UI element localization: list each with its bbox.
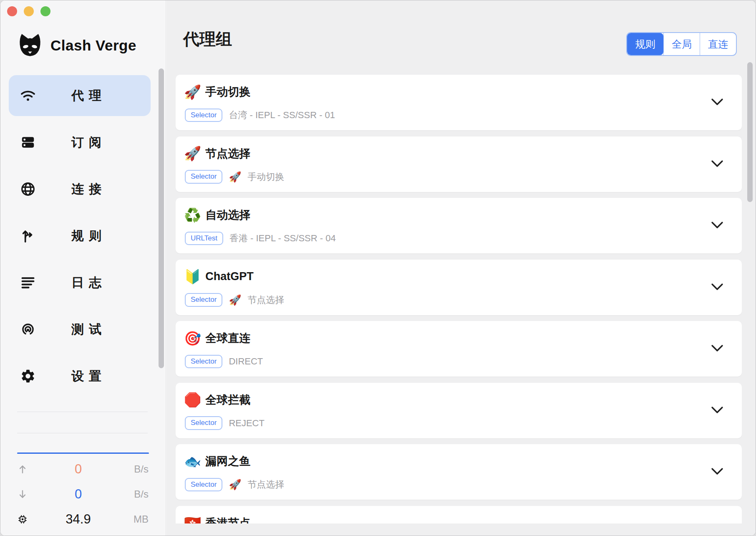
proxy-group-card[interactable]: 🐟 漏网之鱼 Selector 🚀 节点选择 bbox=[176, 444, 742, 500]
gear-icon bbox=[20, 368, 36, 384]
sidebar-item-test[interactable]: 测试 bbox=[9, 309, 151, 350]
group-type-badge: Selector bbox=[185, 109, 222, 122]
upload-speed-value: 0 bbox=[30, 462, 127, 477]
memory-usage-unit: MB bbox=[127, 513, 149, 525]
tab-global-mode[interactable]: 全局 bbox=[663, 33, 700, 55]
rocket-emoji-icon: 🚀 bbox=[184, 85, 201, 99]
chevron-down-icon[interactable] bbox=[711, 221, 723, 229]
dart-emoji-icon: 🎯 bbox=[184, 331, 201, 345]
sidebar-item-settings[interactable]: 设置 bbox=[9, 356, 151, 397]
group-name: 香港节点 bbox=[205, 516, 250, 524]
sidebar: Clash Verge 代理 订阅 bbox=[0, 0, 166, 536]
proxy-group-card[interactable]: 🚀 节点选择 Selector 🚀 手动切换 bbox=[176, 137, 742, 192]
sidebar-item-connections[interactable]: 连接 bbox=[9, 169, 151, 210]
close-window-button[interactable] bbox=[7, 6, 17, 16]
proxy-group-card[interactable]: 🎯 全球直连 Selector DIRECT bbox=[176, 321, 742, 377]
group-name: 自动选择 bbox=[205, 207, 250, 222]
fork-arrow-icon bbox=[20, 228, 36, 244]
sidebar-item-label: 日志 bbox=[36, 274, 151, 291]
group-name: 全球直连 bbox=[205, 331, 250, 346]
profiles-icon bbox=[20, 134, 36, 151]
proxy-group-card[interactable]: ♻️ 自动选择 URLTest 香港 - IEPL - SS/SSR - 04 bbox=[176, 198, 742, 253]
sidebar-item-proxies[interactable]: 代理 bbox=[9, 75, 151, 116]
sidebar-divider bbox=[17, 412, 148, 412]
log-lines-icon bbox=[20, 274, 36, 291]
minimize-window-button[interactable] bbox=[24, 6, 34, 16]
wifi-icon bbox=[20, 87, 36, 104]
sidebar-item-label: 测试 bbox=[36, 321, 151, 338]
proxy-group-card[interactable]: 🔰 ChatGPT Selector 🚀 节点选择 bbox=[176, 260, 742, 315]
broadcast-icon bbox=[20, 321, 36, 338]
maximize-window-button[interactable] bbox=[40, 6, 50, 16]
group-title: 🇭🇰 香港节点 bbox=[184, 514, 250, 524]
sidebar-item-label: 连接 bbox=[36, 181, 151, 198]
group-type-badge: Selector bbox=[185, 478, 222, 491]
memory-usage-value: 34.9 bbox=[30, 512, 127, 527]
main-panel: 代理组 规则 全局 直连 🚀 手动切换 Selector 台湾 - IEPL -… bbox=[166, 0, 756, 536]
group-name: 全球拦截 bbox=[205, 392, 250, 407]
cat-logo-icon bbox=[16, 32, 44, 59]
app-window: Clash Verge 代理 订阅 bbox=[0, 0, 756, 536]
group-title: 🛑 全球拦截 bbox=[184, 391, 250, 409]
group-title: 🚀 手动切换 bbox=[184, 83, 250, 101]
group-current-node: 节点选择 bbox=[247, 478, 284, 491]
sidebar-item-logs[interactable]: 日志 bbox=[9, 262, 151, 303]
chevron-down-icon[interactable] bbox=[711, 160, 723, 168]
download-speed-unit: B/s bbox=[127, 488, 149, 500]
group-name: 手动切换 bbox=[205, 84, 250, 99]
sidebar-scrollbar-thumb[interactable] bbox=[159, 68, 164, 368]
beginner-emoji-icon: 🔰 bbox=[184, 270, 201, 283]
group-type-badge: Selector bbox=[185, 170, 222, 183]
chevron-down-icon[interactable] bbox=[711, 283, 723, 291]
group-subrow: URLTest 香港 - IEPL - SS/SSR - 04 bbox=[185, 230, 336, 246]
proxy-group-list: 🚀 手动切换 Selector 台湾 - IEPL - SS/SSR - 01 … bbox=[176, 67, 742, 523]
stats-accent-line bbox=[17, 453, 149, 454]
fish-emoji-icon: 🐟 bbox=[184, 455, 201, 468]
group-subrow: Selector 🚀 手动切换 bbox=[185, 169, 284, 185]
now-node-emoji-icon: 🚀 bbox=[229, 172, 241, 182]
rocket-emoji-icon: 🚀 bbox=[184, 147, 201, 160]
proxy-group-card[interactable]: 🛑 全球拦截 Selector REJECT bbox=[176, 383, 742, 438]
chevron-down-icon[interactable] bbox=[711, 406, 723, 414]
chevron-down-icon[interactable] bbox=[711, 98, 723, 106]
chevron-down-icon[interactable] bbox=[711, 344, 723, 352]
group-type-badge: Selector bbox=[185, 293, 222, 306]
group-name: 节点选择 bbox=[205, 146, 250, 161]
sidebar-item-profiles[interactable]: 订阅 bbox=[9, 122, 151, 163]
group-subrow: Selector REJECT bbox=[185, 415, 265, 431]
group-subrow: Selector 台湾 - IEPL - SS/SSR - 01 bbox=[185, 107, 335, 123]
group-name: ChatGPT bbox=[205, 270, 254, 283]
sidebar-item-label: 订阅 bbox=[36, 134, 151, 151]
group-title: 🐟 漏网之鱼 bbox=[184, 453, 250, 470]
group-current-node: DIRECT bbox=[229, 356, 263, 367]
group-title: 🎯 全球直连 bbox=[184, 329, 250, 347]
proxy-group-card[interactable]: 🚀 手动切换 Selector 台湾 - IEPL - SS/SSR - 01 bbox=[176, 75, 742, 130]
hk-flag-emoji-icon: 🇭🇰 bbox=[184, 516, 201, 523]
upload-speed-unit: B/s bbox=[127, 463, 149, 475]
main-scrollbar-thumb[interactable] bbox=[747, 62, 753, 202]
group-current-node: 节点选择 bbox=[247, 294, 284, 306]
group-current-node: 台湾 - IEPL - SS/SSR - 01 bbox=[229, 109, 335, 121]
group-subrow: Selector 🚀 节点选择 bbox=[185, 292, 284, 308]
group-title: 🔰 ChatGPT bbox=[184, 268, 254, 286]
sidebar-item-label: 规则 bbox=[36, 228, 151, 245]
group-title: ♻️ 自动选择 bbox=[184, 206, 250, 224]
stop-sign-emoji-icon: 🛑 bbox=[184, 393, 201, 407]
tab-direct-mode[interactable]: 直连 bbox=[700, 33, 736, 55]
group-subrow: Selector 🚀 节点选择 bbox=[185, 477, 284, 493]
group-current-node: 手动切换 bbox=[247, 171, 284, 183]
memory-usage-row: 34.9 MB bbox=[17, 511, 149, 527]
tab-rule-mode[interactable]: 规则 bbox=[627, 33, 663, 55]
now-node-emoji-icon: 🚀 bbox=[229, 480, 241, 490]
app-title: Clash Verge bbox=[50, 37, 136, 54]
sidebar-item-label: 设置 bbox=[36, 368, 151, 385]
proxy-group-card[interactable]: 🇭🇰 香港节点 bbox=[176, 506, 742, 524]
group-type-badge: Selector bbox=[185, 416, 222, 430]
group-type-badge: URLTest bbox=[185, 232, 223, 245]
download-speed-row: 0 B/s bbox=[17, 486, 149, 502]
chevron-down-icon[interactable] bbox=[711, 468, 723, 475]
app-logo: Clash Verge bbox=[16, 31, 136, 60]
proxy-mode-tabs: 规则 全局 直连 bbox=[626, 32, 737, 56]
sidebar-item-rules[interactable]: 规则 bbox=[9, 215, 151, 256]
page-title: 代理组 bbox=[183, 28, 232, 51]
